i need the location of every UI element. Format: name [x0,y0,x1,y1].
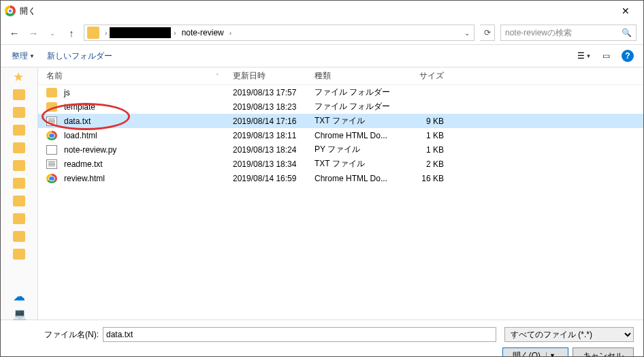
py-icon [46,145,57,155]
chevron-icon: › [102,29,110,37]
file-type: Chrome HTML Do... [315,131,403,140]
file-list-pane: 名前˄ 更新日時 種類 サイズ js2019/08/13 17:57ファイル フ… [38,67,643,320]
file-name: review.html [64,174,105,183]
file-list: js2019/08/13 17:57ファイル フォルダーtemplate2019… [38,85,643,185]
search-input[interactable]: note-reviewの検索 🔍 [500,25,637,41]
new-folder-button[interactable]: 新しいフォルダー [43,48,116,65]
col-header-size[interactable]: サイズ [403,70,451,82]
file-name: js [64,88,70,97]
file-type: TXT ファイル [315,115,403,127]
file-type: ファイル フォルダー [315,101,403,112]
file-size: 9 KB [403,117,451,126]
search-icon: 🔍 [622,28,632,37]
chrome-icon [46,131,57,140]
chevron-icon: › [227,29,234,37]
sidebar-folder-icon[interactable] [13,231,25,242]
file-size: 1 KB [403,145,451,155]
sidebar-folder-icon[interactable] [13,89,25,100]
onedrive-icon[interactable]: ☁ [13,291,25,302]
nav-row: ← → ⌄ ↑ › █████ › note-review › ⌄ ⟳ note… [1,21,643,44]
sidebar-folder-icon[interactable] [13,213,25,224]
file-date: 2019/08/13 18:23 [233,102,315,112]
file-row[interactable]: note-review.py2019/08/13 18:24PY ファイル1 K… [38,142,643,157]
file-date: 2019/08/14 17:16 [233,117,315,126]
recent-dropdown[interactable]: ⌄ [46,29,59,37]
quickaccess-icon[interactable]: ★ [13,72,25,82]
sidebar-folder-icon[interactable] [13,249,25,260]
filename-input[interactable] [103,327,496,342]
view-button[interactable]: ☰ ▼ [575,48,593,63]
file-size: 16 KB [403,174,451,183]
chrome-icon [46,174,57,183]
footer: ファイル名(N): すべてのファイル (*.*) 開く(O)▼ キャンセル [1,320,643,357]
column-headers: 名前˄ 更新日時 種類 サイズ [38,67,643,85]
folder-icon [46,102,57,112]
file-row[interactable]: load.html2019/08/13 18:11Chrome HTML Do.… [38,128,643,142]
file-type: TXT ファイル [315,158,403,170]
help-button[interactable]: ? [619,48,637,63]
file-name: template [64,102,95,112]
search-placeholder: note-reviewの検索 [505,27,572,39]
file-date: 2019/08/13 18:24 [233,145,315,155]
filter-select[interactable]: すべてのファイル (*.*) [504,327,634,342]
open-dropdown[interactable]: ▼ [546,352,558,357]
filename-label: ファイル名(N): [10,329,99,341]
pc-icon[interactable]: 💻 [13,309,25,320]
file-size: 2 KB [403,159,451,169]
file-type: Chrome HTML Do... [315,174,403,183]
breadcrumb-path[interactable]: › █████ › note-review › ⌄ [84,25,474,41]
file-date: 2019/08/13 18:34 [233,159,315,169]
file-row[interactable]: data.txt2019/08/14 17:16TXT ファイル9 KB [38,114,643,128]
txt-icon [46,117,57,126]
file-row[interactable]: template2019/08/13 18:23ファイル フォルダー [38,99,643,114]
path-segment-current[interactable]: note-review [179,28,227,37]
file-size: 1 KB [403,131,451,140]
path-dropdown[interactable]: ⌄ [460,29,474,37]
sidebar: ★ ☁ 💻 [1,67,38,320]
file-name: note-review.py [64,145,116,155]
chevron-icon: › [171,29,178,37]
title-bar: 開く ✕ [1,1,643,21]
file-date: 2019/08/14 16:59 [233,174,315,183]
file-row[interactable]: readme.txt2019/08/13 18:34TXT ファイル2 KB [38,157,643,171]
col-header-type[interactable]: 種類 [315,70,403,82]
refresh-button[interactable]: ⟳ [480,25,495,41]
sidebar-folder-icon[interactable] [13,142,25,153]
file-type: PY ファイル [315,144,403,155]
file-date: 2019/08/13 17:57 [233,88,315,97]
file-name: readme.txt [64,159,103,169]
preview-button[interactable]: ▭ [597,48,615,63]
sidebar-folder-icon[interactable] [13,178,25,189]
cancel-button[interactable]: キャンセル [573,347,634,357]
folder-icon [87,27,99,39]
sidebar-folder-icon[interactable] [13,125,25,136]
col-header-date[interactable]: 更新日時 [233,70,315,82]
back-button[interactable]: ← [7,27,21,39]
folder-icon [46,88,57,97]
file-row[interactable]: review.html2019/08/14 16:59Chrome HTML D… [38,171,643,185]
file-row[interactable]: js2019/08/13 17:57ファイル フォルダー [38,85,643,99]
open-button[interactable]: 開く(O)▼ [502,347,568,357]
file-name: load.html [64,131,97,140]
sidebar-folder-icon[interactable] [13,107,25,118]
up-button[interactable]: ↑ [65,27,78,39]
file-type: ファイル フォルダー [315,87,403,98]
organize-button[interactable]: 整理 ▼ [7,48,39,65]
sidebar-folder-icon[interactable] [13,196,25,206]
file-date: 2019/08/13 18:11 [233,131,315,140]
sidebar-folder-icon[interactable] [13,160,25,171]
window-title: 開く [20,5,612,17]
forward-button[interactable]: → [27,27,40,39]
close-button[interactable]: ✕ [612,1,639,20]
file-name: data.txt [64,117,91,126]
chrome-icon [5,5,16,16]
col-header-name[interactable]: 名前˄ [42,70,233,82]
txt-icon [46,159,57,169]
toolbar: 整理 ▼ 新しいフォルダー ☰ ▼ ▭ ? [1,44,643,67]
path-segment-redacted[interactable]: █████ [110,27,171,38]
